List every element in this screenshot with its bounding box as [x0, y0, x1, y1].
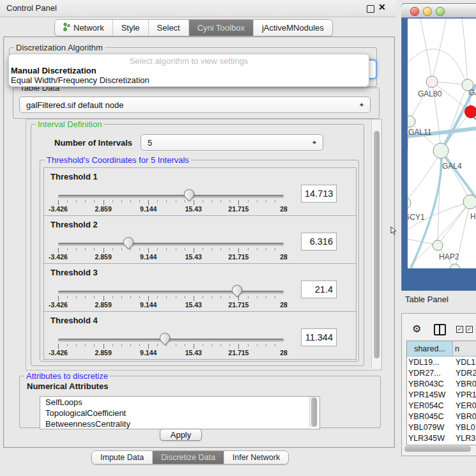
list-scrollbar[interactable]: [309, 397, 318, 427]
table-row[interactable]: YER054CYER0: [407, 400, 476, 411]
node-label: C: [473, 112, 476, 121]
bottom-tabs: Impute Data Discretize Data Infer Networ…: [91, 450, 289, 464]
close-icon[interactable]: ✕: [378, 2, 386, 12]
node-gal11[interactable]: [408, 116, 415, 127]
close-traffic-light[interactable]: [410, 7, 419, 16]
apply-button[interactable]: Apply: [160, 429, 202, 441]
threshold-4-slider-thumb[interactable]: [158, 331, 173, 346]
tab-impute-data[interactable]: Impute Data: [92, 451, 153, 464]
table-row[interactable]: YLR345WYLR3: [407, 433, 476, 443]
tab-jactivemnodules[interactable]: jActiveMNodules: [254, 20, 332, 36]
threshold-4-value-field[interactable]: [301, 328, 337, 346]
scrollbar-thumb[interactable]: [311, 397, 317, 427]
checkbox-icon[interactable]: ✓: [466, 326, 473, 333]
column-header-name[interactable]: n: [453, 341, 476, 356]
threshold-2-panel: Threshold 2 -3.4262.8599.14415.4321.7152…: [43, 215, 357, 264]
table-row[interactable]: YBR043CYBR0: [407, 378, 476, 389]
dropdown-hint-item[interactable]: Select algorithm to view settings: [9, 56, 369, 66]
tab-network[interactable]: Network: [55, 20, 113, 36]
threshold-1-panel: Threshold 1 -3.4262.8599.14415.4321.7152…: [43, 167, 357, 216]
threshold-2-slider-thumb[interactable]: [121, 235, 136, 250]
tab-cyni-toolbox[interactable]: Cyni Toolbox: [189, 20, 254, 36]
threshold-1-slider-track[interactable]: [58, 195, 284, 198]
group-title: Interval Definition: [36, 120, 104, 128]
tab-label: Impute Data: [100, 453, 144, 462]
num-intervals-combobox[interactable]: 5: [141, 134, 323, 151]
threshold-2-slider-track[interactable]: [58, 243, 284, 246]
slider-ticks: [58, 344, 284, 349]
split-table-icon[interactable]: [434, 324, 446, 335]
node-gcy1[interactable]: [408, 197, 411, 209]
threshold-label: Threshold 2: [50, 220, 98, 229]
combo-value: 5: [148, 138, 152, 148]
table-row[interactable]: YBR045CYBR0: [407, 411, 476, 422]
slider-scale-labels: -3.4262.8599.14415.4321.71528: [58, 253, 284, 261]
dropdown-option-manual[interactable]: Manual Discretization: [11, 66, 96, 75]
node-label: GCY1: [408, 213, 425, 222]
zoom-traffic-light[interactable]: [436, 7, 445, 16]
gear-icon[interactable]: ⚙: [412, 323, 421, 335]
scrollbar-thumb[interactable]: [374, 131, 380, 358]
control-panel-tabs: Network Style Select Cyni Toolbox jActiv…: [54, 19, 333, 36]
slider-scale-labels: -3.4262.8599.14415.4321.71528: [58, 301, 284, 309]
table-horizontal-scrollbar[interactable]: [404, 445, 473, 452]
tab-style[interactable]: Style: [113, 20, 149, 36]
threshold-3-panel: Threshold 3 -3.4262.8599.14415.4321.7152…: [43, 263, 357, 312]
tab-discretize-data[interactable]: Discretize Data: [153, 451, 224, 464]
tab-label: jActiveMNodules: [262, 23, 324, 33]
node-bottom[interactable]: [450, 264, 460, 268]
scrollbar-thumb[interactable]: [404, 446, 471, 452]
tab-select[interactable]: Select: [149, 20, 189, 36]
table-row[interactable]: YBL079WYBL0: [407, 422, 476, 433]
threshold-2-value-field[interactable]: [301, 233, 337, 250]
node-attribute-table: shared... n YDL19...YDL1 YDR27...YDR2 YB…: [406, 341, 476, 445]
threshold-label: Threshold 4: [50, 316, 98, 325]
network-canvas[interactable]: GAL80 GA GAL11 GAL4 GCY1 H HAP2 C: [408, 19, 476, 268]
node-label: GA: [469, 88, 476, 97]
table-row[interactable]: YDL19...YDL1: [407, 357, 476, 367]
tab-infer-network[interactable]: Infer Network: [224, 451, 288, 464]
network-window-titlebar[interactable]: [401, 4, 476, 18]
list-item[interactable]: BetweennessCentrality: [40, 418, 319, 429]
slider-ticks: [58, 200, 284, 205]
group-title: Attributes to discretize: [24, 372, 110, 380]
tab-label: Discretize Data: [161, 453, 215, 462]
minimize-traffic-light[interactable]: [423, 7, 432, 16]
threshold-4-slider-track[interactable]: [58, 339, 284, 342]
table-row[interactable]: YDR27...YDR2: [407, 367, 476, 378]
panel-title: Control Panel: [6, 3, 57, 13]
float-window-icon[interactable]: [367, 5, 374, 13]
threshold-3-slider-thumb[interactable]: [230, 283, 245, 298]
vertical-scrollbar[interactable]: [371, 119, 381, 369]
checkbox-icon[interactable]: ✓: [456, 326, 463, 333]
list-item[interactable]: SelfLoops: [40, 397, 319, 408]
tab-label: Cyni Toolbox: [197, 23, 245, 33]
table-data-combobox[interactable]: galFiltered.sif default node: [19, 96, 371, 113]
group-title: Discretization Algorithm: [14, 43, 105, 52]
node-label: GAL4: [442, 162, 462, 171]
network-icon: [63, 22, 70, 33]
threshold-label: Threshold 1: [50, 172, 98, 181]
node-hap2[interactable]: [433, 240, 443, 250]
column-header-shared-name[interactable]: shared...: [407, 341, 453, 356]
dropdown-option-equal-width[interactable]: Equal Width/Frequency Discretization: [11, 75, 150, 85]
tab-label: Infer Network: [233, 453, 280, 462]
node-label: HAP2: [439, 252, 459, 261]
table-panel-title: Table Panel: [405, 295, 449, 304]
table-row[interactable]: YPR145WYPR1: [407, 389, 476, 400]
tab-label: Style: [121, 23, 140, 33]
node-label: GAL80: [418, 89, 442, 98]
node-h[interactable]: [463, 195, 476, 209]
node-gal80[interactable]: [426, 76, 438, 88]
threshold-4-panel: Threshold 4 -3.4262.8599.14415.4321.7152…: [43, 311, 357, 360]
list-item[interactable]: TopologicalCoefficient: [40, 408, 319, 418]
threshold-3-value-field[interactable]: [301, 280, 337, 298]
node-gal4[interactable]: [433, 143, 449, 158]
num-intervals-label: Number of Intervals: [54, 138, 132, 148]
group-title: Threshold's Coordinates for 5 Intervals: [45, 156, 191, 164]
threshold-1-value-field[interactable]: [301, 185, 337, 203]
node-label: H: [470, 212, 476, 221]
numerical-attributes-list: SelfLoops TopologicalCoefficient Between…: [40, 396, 320, 429]
threshold-3-slider-track[interactable]: [58, 291, 284, 294]
threshold-1-slider-thumb[interactable]: [181, 187, 196, 202]
